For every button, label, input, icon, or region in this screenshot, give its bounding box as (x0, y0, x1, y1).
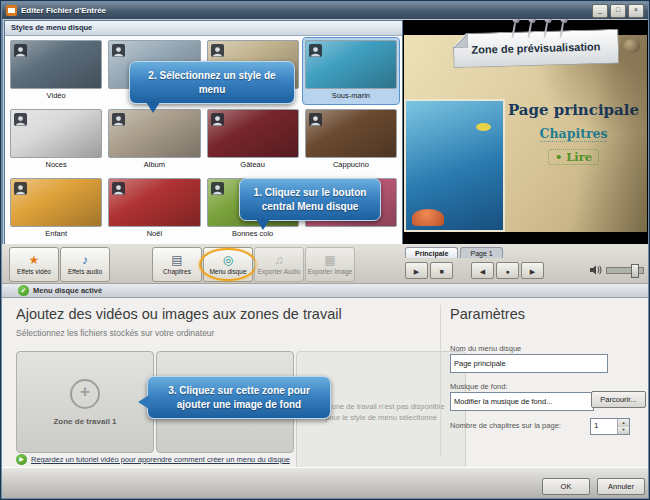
toolbar-button-label: Exporter Audio (258, 268, 301, 275)
parameters-title: Paramètres (450, 306, 525, 322)
avatar-badge-icon (14, 182, 27, 195)
ok-button[interactable]: OK (542, 478, 590, 495)
style-thumbnail-label: Noces (10, 158, 102, 171)
style-thumbnail-image[interactable] (108, 178, 200, 227)
menu-item: Chapitres (540, 126, 608, 142)
style-thumbnail-label: Enfant (10, 227, 102, 240)
work-zone-1-label: Zone de travail 1 (53, 417, 116, 426)
avatar-badge-icon (309, 44, 322, 57)
style-thumbnail-label: Gâteau (207, 158, 299, 171)
preview-tab[interactable]: Page 1 (460, 247, 502, 258)
tutorial-link[interactable]: Regardez un tutoriel vidéo pour apprendr… (31, 455, 290, 464)
snapshot-button[interactable]: ● (496, 262, 519, 279)
toolbar-button-label: Exporter Image (308, 268, 352, 275)
volume-slider[interactable] (606, 267, 644, 274)
close[interactable]: × (628, 4, 644, 18)
chapters-value: 1 (591, 419, 617, 434)
style-thumbnail[interactable]: Sous-marin (303, 38, 399, 104)
cancel-button[interactable]: Annuler (597, 478, 645, 495)
style-thumbnail[interactable]: Noël (106, 176, 202, 242)
window-title: Editer Fichier d'Entrée (21, 6, 588, 15)
export-image-icon: ▦ (324, 254, 335, 267)
toolbar-button[interactable]: ♫ Exporter Audio (254, 247, 304, 282)
style-thumbnail[interactable]: Cappucino (303, 107, 399, 173)
minimize[interactable]: _ (592, 4, 608, 18)
export-audio-icon: ♫ (275, 254, 284, 267)
browse-button[interactable]: Parcourir... (591, 391, 646, 408)
style-thumbnail[interactable]: Vidéo (8, 38, 104, 104)
avatar-badge-icon (112, 182, 125, 195)
tutorial-row: ▶ Regardez un tutoriel vidéo pour appren… (16, 454, 290, 465)
style-thumbnail[interactable]: Album (106, 107, 202, 173)
spinner-down-button[interactable]: ▼ (618, 427, 629, 435)
work-zone-disabled-text: La zone de travail n'est pas disponible … (311, 401, 451, 424)
maximize[interactable]: □ (610, 4, 626, 18)
style-thumbnail-label: Bonnes colo (207, 227, 299, 240)
disc-menu-icon: ◎ (223, 254, 233, 267)
preview-zone-note-text: Zone de prévisualisation (471, 40, 600, 55)
menu-preview-text: Page principale Chapitres• Lire (506, 101, 641, 165)
avatar-badge-icon (211, 182, 224, 195)
work-zone-1[interactable]: + Zone de travail 1 (16, 351, 154, 453)
preview-tabs: PrincipalePage 1 (405, 244, 503, 258)
avatar-badge-icon (14, 113, 27, 126)
callout-step-3: 3. Cliquez sur cette zone pour ajouter u… (147, 376, 331, 419)
preview-zone-note: Zone de prévisualisation (453, 29, 620, 68)
audio-effects-icon: ♪ (82, 254, 88, 267)
check-icon: ✓ (18, 285, 29, 296)
spinner-buttons: ▲ ▼ (617, 419, 629, 434)
style-thumbnail-image[interactable] (305, 40, 397, 89)
plus-icon: + (70, 379, 100, 409)
stop-button[interactable]: ■ (430, 262, 453, 279)
menu-name-input[interactable] (450, 354, 608, 373)
style-thumbnail-image[interactable] (10, 178, 102, 227)
style-thumbnail-image[interactable] (108, 109, 200, 158)
style-thumbnail[interactable]: Noces (8, 107, 104, 173)
window-controls: _□× (592, 4, 644, 18)
menu-page-title: Page principale (506, 101, 641, 119)
style-thumbnail-image[interactable] (10, 40, 102, 89)
play-button[interactable]: ▶ (405, 262, 428, 279)
volume-slider-thumb[interactable] (631, 264, 639, 278)
preview-tab[interactable]: Principale (405, 247, 458, 258)
next-frame-button[interactable]: ▶ (521, 262, 544, 279)
underwater-photo (404, 99, 505, 232)
music-input[interactable] (450, 392, 594, 411)
transport-main: ▶■ (405, 262, 453, 279)
toolbar-button[interactable]: ◎ Menu disque (203, 247, 253, 282)
transport-controls: ▶■ ◀●▶ (405, 260, 644, 280)
work-area-heading: Ajoutez des vidéos ou images aux zones d… (16, 306, 342, 322)
style-thumbnail[interactable]: Gâteau (205, 107, 301, 173)
avatar-badge-icon (112, 44, 125, 57)
footer-bar: OK Annuler (2, 467, 648, 498)
previous-frame-button[interactable]: ◀ (471, 262, 494, 279)
menu-item: • Lire (548, 149, 599, 165)
avatar-badge-icon (211, 44, 224, 57)
toolbar: ★ Effets vidéo ♪ Effets audio ▤ Chapitre… (2, 244, 648, 284)
callout-step-1: 1. Cliquez sur le bouton central Menu di… (239, 178, 381, 221)
music-label: Musique de fond: (450, 382, 508, 391)
menu-items: Chapitres• Lire (506, 126, 641, 165)
toolbar-button[interactable]: ▤ Chapitres (152, 247, 202, 282)
style-thumbnail-label: Noël (108, 227, 200, 240)
style-thumbnail-label (305, 227, 397, 240)
style-thumbnail-label: Vidéo (10, 89, 102, 102)
menu-name-label: Nom du menu disque (450, 344, 521, 353)
title-bar[interactable]: Editer Fichier d'Entrée _□× (2, 2, 648, 19)
work-area-subheading: Sélectionnez les fichiers stockés sur vo… (16, 328, 214, 338)
toolbar-button[interactable]: ★ Effets vidéo (9, 247, 59, 282)
toolbar-button[interactable]: ♪ Effets audio (60, 247, 110, 282)
divider (440, 305, 441, 457)
callout-step-2: 2. Sélectionnez un style de menu (129, 61, 295, 104)
style-thumbnail[interactable]: Enfant (8, 176, 104, 242)
status-text: Menu disque activé (33, 286, 102, 295)
style-thumbnail-image[interactable] (305, 109, 397, 158)
coral-decoration (412, 209, 444, 226)
toolbar-button[interactable]: ▦ Exporter Image (305, 247, 355, 282)
preview-panel: Page principale Chapitres• Lire Zone de … (403, 20, 648, 244)
chapters-spinner[interactable]: 1 ▲ ▼ (590, 418, 630, 435)
style-thumbnail-image[interactable] (10, 109, 102, 158)
spinner-up-button[interactable]: ▲ (618, 419, 629, 427)
style-thumbnail-image[interactable] (207, 109, 299, 158)
toolbar-group-menu: ▤ Chapitres ◎ Menu disque ♫ Exporter Aud… (152, 247, 355, 282)
